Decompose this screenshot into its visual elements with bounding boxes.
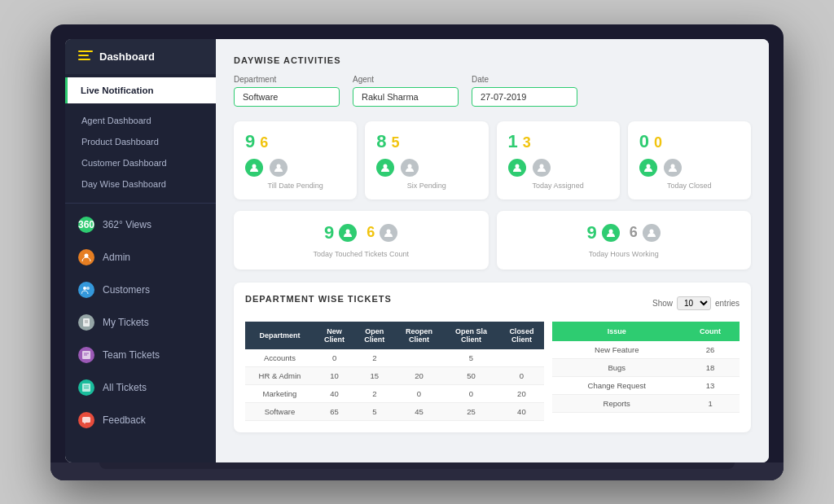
sidebar-item-admin[interactable]: Admin xyxy=(65,241,216,274)
svg-point-14 xyxy=(252,164,257,168)
all-tickets-icon xyxy=(78,379,94,396)
sidebar-item-360views[interactable]: 360 362° Views xyxy=(65,208,216,241)
agent-label: Agent xyxy=(353,75,459,84)
stat-yellow-2: 3 xyxy=(523,134,531,151)
stat-yellow-1: 5 xyxy=(392,134,400,151)
svg-point-18 xyxy=(515,164,519,168)
avatar-gray-0 xyxy=(270,159,288,177)
date-filter: Date xyxy=(472,75,577,107)
laptop-base xyxy=(50,462,784,480)
screen: Dashboard Live Notification Agent Dashbo… xyxy=(65,39,769,462)
sidebar-divider-1 xyxy=(65,203,216,204)
table-row: Accounts025 xyxy=(245,349,544,367)
avatar-green-2 xyxy=(508,159,526,177)
sidebar-header: Dashboard xyxy=(65,39,216,74)
wide-green-1: 9 xyxy=(587,222,597,243)
dept-col-open: OpenClient xyxy=(354,322,394,349)
feedback-icon xyxy=(78,412,94,428)
table-header-row: DEPARTMENT WISE TICKETS Show 10 25 50 en… xyxy=(245,294,740,313)
agent-input[interactable] xyxy=(353,87,459,107)
avatar-gray-1 xyxy=(401,159,419,177)
date-label: Date xyxy=(472,75,577,84)
table-row: Software655452540 xyxy=(245,402,544,420)
svg-point-2 xyxy=(86,287,90,290)
table-row: Reports1 xyxy=(552,394,740,412)
table-row: New Feature26 xyxy=(552,341,740,359)
stat-green-3: 0 xyxy=(639,131,649,152)
svg-rect-12 xyxy=(82,417,90,423)
department-label: Department xyxy=(234,75,340,84)
laptop-base-bar xyxy=(99,462,735,469)
avatar-gray-2 xyxy=(533,159,551,177)
wide-nums-1: 9 xyxy=(587,222,620,243)
sidebar-item-agent-dashboard[interactable]: Agent Dashboard xyxy=(65,110,216,131)
svg-point-25 xyxy=(649,229,653,233)
sidebar-title: Dashboard xyxy=(99,50,155,63)
stat-today-hours: 9 6 Today Hours Working xyxy=(497,211,752,270)
stat-numbers-0: 9 6 xyxy=(245,131,345,152)
customers-icon xyxy=(78,282,94,298)
sidebar-item-customer-dashboard[interactable]: Customer Dashboard xyxy=(65,152,216,173)
stat-numbers-1: 8 5 xyxy=(376,131,476,152)
stats-row-2: 9 6 Today Touched Tickets Count xyxy=(234,211,751,270)
sidebar-item-team-tickets[interactable]: Team Tickets xyxy=(65,339,216,371)
dept-col-opensla: Open SlaClient xyxy=(443,322,498,349)
dept-col-department: Department xyxy=(245,322,314,349)
entries-select[interactable]: 10 25 50 xyxy=(677,296,711,310)
laptop-frame: Dashboard Live Notification Agent Dashbo… xyxy=(50,24,784,480)
sidebar-item-product-dashboard[interactable]: Product Dashboard xyxy=(65,131,216,152)
admin-icon xyxy=(78,249,94,265)
svg-point-20 xyxy=(646,164,650,168)
show-entries: Show 10 25 50 entries xyxy=(652,296,740,310)
dept-table: Department NewClient OpenClient ReopenCl… xyxy=(245,322,544,421)
wide-avatar-green-0 xyxy=(339,224,357,242)
stat-six-pending: 8 5 Six Pending xyxy=(365,121,488,199)
avatar-green-1 xyxy=(376,159,394,177)
date-input[interactable] xyxy=(472,87,577,107)
wide-content-0: 9 6 xyxy=(324,222,397,243)
wide-nums-gray-0: 6 xyxy=(367,224,397,242)
sidebar-item-my-tickets[interactable]: My Tickets xyxy=(65,306,216,339)
stat-icons-0 xyxy=(245,159,345,177)
stat-today-closed: 0 0 Today Closed xyxy=(628,121,751,199)
daywise-title: DAYWISE ACTIVITIES xyxy=(234,55,751,65)
sidebar-sub-items: Agent Dashboard Product Dashboard Custom… xyxy=(65,107,216,198)
issue-table-el: Issue Count New Feature26Bugs18Change Re… xyxy=(552,322,740,413)
sidebar-item-customers[interactable]: Customers xyxy=(65,274,216,306)
table-row: Change Request13 xyxy=(552,376,740,394)
stat-yellow-0: 6 xyxy=(260,134,268,151)
svg-point-23 xyxy=(387,229,391,233)
agent-filter: Agent xyxy=(353,75,459,107)
table-row: HR & Admin101520500 xyxy=(245,366,544,384)
stat-green-0: 9 xyxy=(245,131,255,152)
svg-point-17 xyxy=(408,164,412,168)
sidebar-item-all-tickets[interactable]: All Tickets xyxy=(65,371,216,404)
stat-today-touched: 9 6 Today Touched Tickets Count xyxy=(234,211,489,270)
avatar-green-0 xyxy=(245,159,263,177)
dept-col-new: NewClient xyxy=(314,322,354,349)
stat-label-0: Till Date Pending xyxy=(245,182,345,190)
wide-gray-1: 6 xyxy=(630,224,638,241)
wide-gray-0: 6 xyxy=(367,224,375,241)
stat-numbers-2: 1 3 xyxy=(508,131,608,152)
sidebar-item-daywise-dashboard[interactable]: Day Wise Dashboard xyxy=(65,173,216,195)
team-tickets-icon xyxy=(78,347,94,363)
stat-numbers-3: 0 0 xyxy=(639,131,740,152)
filters-row: Department Agent Date xyxy=(234,75,751,107)
sidebar: Dashboard Live Notification Agent Dashbo… xyxy=(65,39,216,462)
department-input[interactable] xyxy=(234,87,340,107)
stat-icons-3 xyxy=(639,159,740,177)
svg-point-1 xyxy=(83,287,86,290)
sidebar-active-live-notification[interactable]: Live Notification xyxy=(65,77,216,103)
stat-green-1: 8 xyxy=(376,131,386,152)
department-filter: Department xyxy=(234,75,340,107)
my-tickets-icon xyxy=(78,314,94,331)
table-section: DEPARTMENT WISE TICKETS Show 10 25 50 en… xyxy=(234,283,751,432)
stat-today-assigned: 1 3 Today Assigned xyxy=(497,121,620,199)
sidebar-item-feedback[interactable]: Feedback xyxy=(65,404,216,436)
dept-tickets-title: DEPARTMENT WISE TICKETS xyxy=(245,294,392,304)
table-row: Marketing4020020 xyxy=(245,384,544,402)
avatar-green-3 xyxy=(639,159,657,177)
stat-icons-1 xyxy=(376,159,476,177)
dept-col-closed: ClosedClient xyxy=(498,322,544,349)
